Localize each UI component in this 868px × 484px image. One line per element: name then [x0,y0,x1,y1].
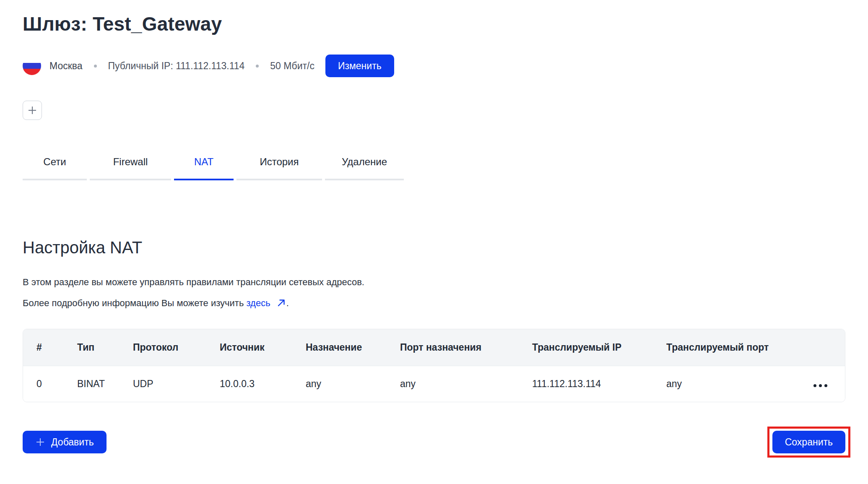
plus-icon [27,105,38,116]
col-header-type: Тип [64,329,120,366]
cell-type: BINAT [64,366,120,402]
gateway-public-ip: Публичный IP: 111.112.113.114 [108,60,245,72]
table-row: 0 BINAT UDP 10.0.0.3 any any 111.112.113… [23,366,845,402]
russia-flag-icon [23,57,41,75]
cell-destination: any [292,366,387,402]
col-header-destination: Назначение [292,329,387,366]
arrow-up-right-icon[interactable] [276,298,286,311]
gateway-page: Шлюз: Test_Gateway Москва Публичный IP: … [0,0,868,458]
col-header-protocol: Протокол [120,329,206,366]
cell-translated-ip: 111.112.113.114 [519,366,653,402]
add-rule-label: Добавить [51,437,94,448]
red-highlight-annotation: Сохранить [767,427,850,458]
col-header-index: # [23,329,64,366]
cell-index: 0 [23,366,64,402]
page-title: Шлюз: Test_Gateway [23,12,845,36]
nat-section-description: В этом разделе вы можете управлять прави… [23,276,845,289]
gateway-tabs: Сети Firewall NAT История Удаление [23,156,845,180]
col-header-translated-ip: Транслируемый IP [519,329,653,366]
more-info-text: Более подробную информацию Вы можете изу… [23,298,244,308]
row-menu-ellipsis-icon[interactable] [813,382,828,390]
cell-translated-port: any [653,366,783,402]
col-header-translated-port: Транслируемый порт [653,329,783,366]
gateway-meta: Москва Публичный IP: 111.112.113.114 50 … [23,55,845,77]
separator-dot-icon [94,65,97,68]
cell-protocol: UDP [120,366,206,402]
gateway-location: Москва [49,60,83,72]
footer-actions: Добавить Сохранить [23,427,845,458]
nat-section-heading: Настройка NAT [23,237,845,258]
gateway-bandwidth: 50 Мбит/с [270,60,314,72]
tab-networks[interactable]: Сети [23,156,87,180]
sentence-period: . [286,298,289,308]
nat-rules-table-card: # Тип Протокол Источник Назначение Порт … [23,329,845,402]
table-header-row: # Тип Протокол Источник Назначение Порт … [23,329,845,366]
tab-firewall[interactable]: Firewall [90,156,171,180]
tab-deletion[interactable]: Удаление [325,156,404,180]
nat-rules-table: # Тип Протокол Источник Назначение Порт … [23,329,845,402]
cell-actions [783,366,845,402]
col-header-source: Источник [206,329,292,366]
more-info-link[interactable]: здесь [246,298,270,308]
plus-icon [35,437,45,447]
add-tag-button[interactable] [23,101,42,120]
nat-more-info-line: Более подробную информацию Вы можете изу… [23,297,845,311]
col-header-destination-port: Порт назначения [387,329,519,366]
edit-button[interactable]: Изменить [325,55,394,77]
separator-dot-icon [256,65,259,68]
tab-nat[interactable]: NAT [174,156,234,180]
save-button[interactable]: Сохранить [772,431,845,453]
col-header-actions [783,329,845,366]
cell-source: 10.0.0.3 [206,366,292,402]
add-rule-button[interactable]: Добавить [23,431,107,453]
tab-history[interactable]: История [236,156,322,180]
cell-destination-port: any [387,366,519,402]
